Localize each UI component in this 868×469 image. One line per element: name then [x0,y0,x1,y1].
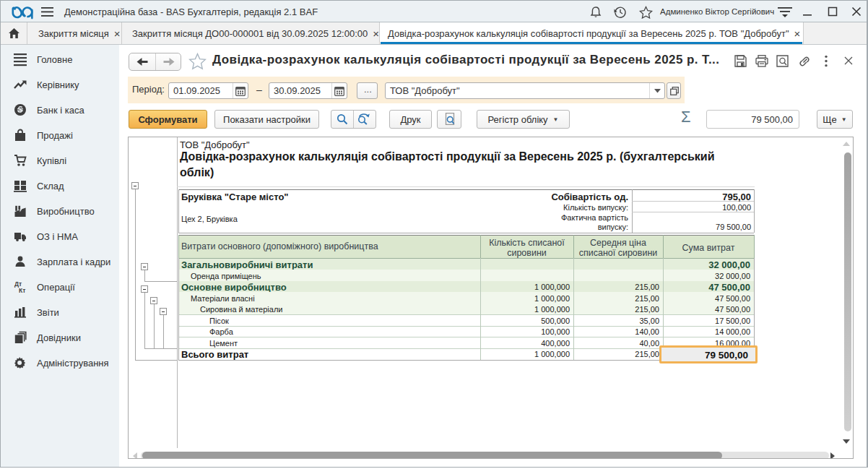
svg-text:Кт: Кт [19,287,25,294]
